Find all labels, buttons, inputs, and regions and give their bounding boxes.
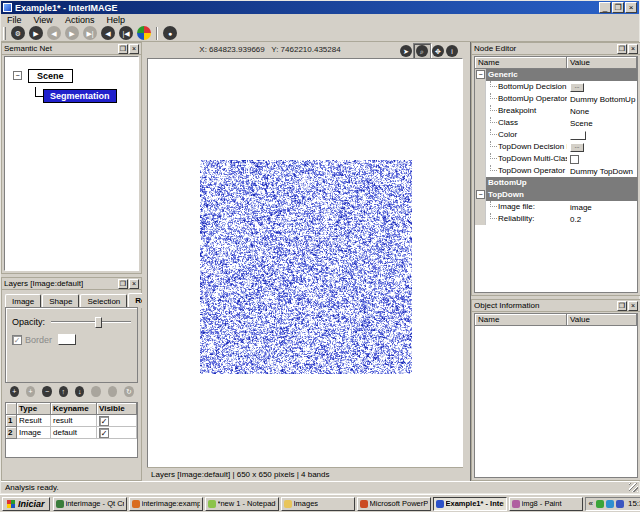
property-row[interactable]: BottomUp OperatorDummy BottomUp <box>475 93 637 105</box>
property-row[interactable]: BreakpointNone <box>475 105 637 117</box>
colors-button[interactable] <box>137 26 151 40</box>
border-checkbox[interactable]: ✓ <box>12 335 22 345</box>
resize-grip[interactable] <box>629 483 638 492</box>
task-label: interimage:examples:e... <box>142 499 200 508</box>
start-button[interactable]: Iniciar <box>2 497 50 511</box>
close-button[interactable]: × <box>625 2 637 13</box>
refresh-button[interactable]: ↻ <box>124 386 133 397</box>
menu-item-actions[interactable]: Actions <box>59 15 101 25</box>
taskbar-task[interactable]: interimage:examples:e... <box>129 497 203 511</box>
float-panel-icon[interactable]: ❐ <box>118 279 128 289</box>
move-down-button[interactable]: ↓ <box>75 386 84 397</box>
section-row-bottomup[interactable]: BottomUp <box>475 177 637 189</box>
taskbar-task[interactable]: img8 - Paint <box>509 497 583 511</box>
close-panel-icon[interactable]: × <box>628 44 638 54</box>
run-button[interactable]: ▶ <box>29 26 43 40</box>
pan-tool-button[interactable]: ✥ <box>432 45 444 57</box>
tab-selection[interactable]: Selection <box>80 294 127 307</box>
menu-item-file[interactable]: File <box>1 15 28 25</box>
multi-class-checkbox[interactable] <box>570 155 579 164</box>
close-panel-icon[interactable]: × <box>129 279 139 289</box>
tray-icon-1[interactable] <box>596 500 604 508</box>
add-layer-alt-button[interactable]: + <box>26 386 35 397</box>
image-canvas-area[interactable] <box>147 58 463 469</box>
section-row-topdown[interactable]: −TopDown <box>475 189 637 201</box>
layers-titlebar[interactable]: Layers [Image:default] ❐ × <box>2 278 141 290</box>
minimize-button[interactable]: _ <box>599 2 611 13</box>
back-button[interactable]: ◀ <box>47 26 61 40</box>
add-layer-button[interactable]: + <box>10 386 19 397</box>
collapse-icon[interactable]: − <box>476 190 485 199</box>
info-tool-button[interactable]: i <box>446 45 458 57</box>
viewer-status: Layers [Image:default] | 650 x 650 pixel… <box>147 467 463 481</box>
node-editor-titlebar[interactable]: Node Editor ❐ × <box>472 43 640 55</box>
tree-node-scene[interactable]: Scene <box>28 69 73 83</box>
color-swatch[interactable] <box>570 131 586 140</box>
collapse-icon[interactable]: − <box>476 70 485 79</box>
play-button[interactable]: ▶ <box>65 26 79 40</box>
segmentation-result-image[interactable] <box>200 160 412 374</box>
property-row[interactable]: Color <box>475 129 637 141</box>
taskbar-task[interactable]: Images <box>281 497 355 511</box>
snapshot-button[interactable]: ● <box>163 26 177 40</box>
close-panel-icon[interactable]: × <box>628 301 638 311</box>
step-forward-button[interactable]: ▶| <box>83 26 97 40</box>
semantic-net-titlebar[interactable]: Semantic Net ❐ × <box>2 43 141 55</box>
pointer-tool-button[interactable]: ➤ <box>400 45 412 57</box>
toolbar-grip[interactable] <box>3 27 6 40</box>
table-row[interactable]: 2Imagedefault✓ <box>6 427 137 439</box>
opacity-row: Opacity: <box>12 316 131 328</box>
node-editor-title: Node Editor <box>474 44 616 53</box>
remove-layer-button[interactable]: − <box>42 386 51 397</box>
desktop: Example1* - InterIMAGE _ ❐ × FileViewAct… <box>0 0 640 512</box>
tray-icon-2[interactable] <box>606 500 614 508</box>
visible-checkbox[interactable]: ✓ <box>99 416 109 426</box>
edit-button[interactable]: ... <box>570 83 584 92</box>
tab-image[interactable]: Image <box>5 294 41 307</box>
close-panel-icon[interactable]: × <box>129 44 139 54</box>
move-up-button[interactable]: ↑ <box>59 386 68 397</box>
taskbar-task[interactable]: *new 1 - Notepad++ <box>205 497 279 511</box>
collapse-icon[interactable]: − <box>13 71 22 80</box>
property-row[interactable]: Reliability:0.2 <box>475 213 637 225</box>
float-panel-icon[interactable]: ❐ <box>617 301 627 311</box>
taskbar-task[interactable]: Microsoft PowerPoint - ... <box>357 497 431 511</box>
property-row[interactable]: TopDown Multi-Class <box>475 153 637 165</box>
visible-checkbox[interactable]: ✓ <box>99 428 109 438</box>
tray-icon-3[interactable] <box>616 500 624 508</box>
float-panel-icon[interactable]: ❐ <box>617 44 627 54</box>
section-row-generic[interactable]: −Generic <box>475 69 637 81</box>
restore-button[interactable]: ❐ <box>612 2 624 13</box>
extra-button-1[interactable] <box>91 386 100 397</box>
right-splitter[interactable] <box>463 42 471 481</box>
window-titlebar[interactable]: Example1* - InterIMAGE _ ❐ × <box>1 1 639 14</box>
row-number: 2 <box>6 427 17 439</box>
property-row[interactable]: TopDown OperatorDummy TopDown <box>475 165 637 177</box>
object-info-titlebar[interactable]: Object Information ❐ × <box>472 300 640 312</box>
row-gutter <box>475 93 486 105</box>
menu-item-help[interactable]: Help <box>100 15 131 25</box>
taskbar-task[interactable]: Example1* - InterIM... <box>433 497 507 511</box>
zoom-tool-button-active-frame[interactable]: ⌕ <box>413 43 431 59</box>
table-row[interactable]: 1Resultresult✓ <box>6 415 137 427</box>
property-row[interactable]: BottomUp Decision Rule... <box>475 81 637 93</box>
tab-shape[interactable]: Shape <box>42 294 79 307</box>
menu-item-view[interactable]: View <box>28 15 59 25</box>
skip-start-button[interactable]: |◀ <box>119 26 133 40</box>
opacity-slider-handle[interactable] <box>95 317 102 328</box>
step-back-button[interactable]: ◀ <box>101 26 115 40</box>
opacity-slider[interactable] <box>51 321 131 323</box>
tray-chevron-icon[interactable]: « <box>589 499 593 508</box>
zoom-tool-button[interactable]: ⌕ <box>416 45 428 57</box>
object-info-panel: Object Information ❐ × NameValue <box>471 299 640 481</box>
tree-node-segmentation[interactable]: Segmentation <box>43 89 117 103</box>
extra-button-2[interactable] <box>108 386 117 397</box>
border-color-swatch[interactable] <box>58 334 76 345</box>
taskbar-task[interactable]: interimage - Qt Creator <box>53 497 127 511</box>
property-row[interactable]: Image file:image <box>475 201 637 213</box>
edit-button[interactable]: ... <box>570 143 584 152</box>
property-row[interactable]: TopDown Decision Rule... <box>475 141 637 153</box>
float-panel-icon[interactable]: ❐ <box>118 44 128 54</box>
settings-button[interactable]: ⚙ <box>11 26 25 40</box>
property-row[interactable]: ClassScene <box>475 117 637 129</box>
